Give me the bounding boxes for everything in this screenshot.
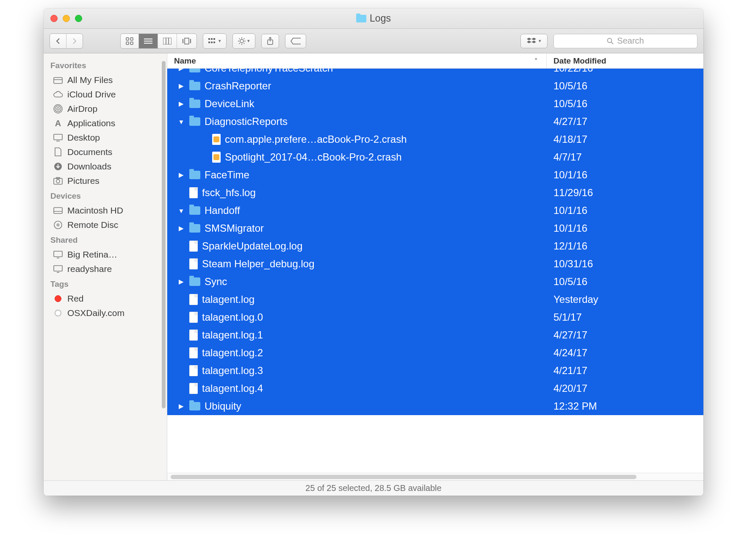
file-row[interactable]: ▶Sync10/5/16 xyxy=(167,273,703,291)
file-name: SparkleUpdateLog.log xyxy=(202,240,303,252)
file-row[interactable]: ▶SMSMigrator10/1/16 xyxy=(167,219,703,237)
disclosure-open-icon[interactable]: ▼ xyxy=(177,118,185,125)
file-row[interactable]: talagent.log.05/1/17 xyxy=(167,308,703,326)
file-row[interactable]: ▼DiagnosticReports4/27/17 xyxy=(167,113,703,130)
forward-button[interactable] xyxy=(66,34,83,48)
file-date: 10/5/16 xyxy=(547,98,703,110)
disclosure-none xyxy=(177,189,185,197)
icon-view-button[interactable] xyxy=(121,34,139,48)
file-row[interactable]: ▶FaceTime10/1/16 xyxy=(167,166,703,184)
file-row[interactable]: ▼Handoff10/1/16 xyxy=(167,202,703,219)
file-icon xyxy=(189,365,198,376)
file-name: Ubiquity xyxy=(205,400,241,412)
dropbox-button[interactable]: ▾ xyxy=(520,34,548,48)
sidebar-item-label: Remote Disc xyxy=(67,220,118,230)
search-field[interactable]: Search xyxy=(553,34,697,48)
applications-icon: A xyxy=(53,118,63,128)
file-date: 4/18/17 xyxy=(547,133,703,145)
back-button[interactable] xyxy=(50,34,66,48)
file-date: 10/1/16 xyxy=(547,205,703,216)
disclosure-closed-icon[interactable]: ▶ xyxy=(177,278,185,286)
disclosure-open-icon[interactable]: ▼ xyxy=(177,207,185,214)
tag-red-icon xyxy=(53,294,63,304)
folder-icon xyxy=(189,117,200,126)
file-date: 10/1/16 xyxy=(547,169,703,181)
svg-rect-2 xyxy=(126,42,129,44)
tags-button[interactable] xyxy=(285,34,306,48)
file-row[interactable]: talagent.log.44/20/17 xyxy=(167,380,703,397)
titlebar[interactable]: Logs xyxy=(44,8,703,29)
coverflow-view-button[interactable] xyxy=(177,34,196,48)
disclosure-closed-icon[interactable]: ▶ xyxy=(177,69,185,72)
sidebar-item-label: Documents xyxy=(67,147,112,157)
file-row[interactable]: talagent.logYesterday xyxy=(167,291,703,308)
sidebar-item[interactable]: Downloads xyxy=(44,159,167,174)
svg-point-41 xyxy=(56,180,60,183)
all-my-files-icon xyxy=(53,75,63,85)
horizontal-scrollbar[interactable] xyxy=(167,473,703,480)
sidebar-scrollbar[interactable] xyxy=(162,61,166,408)
sidebar-item[interactable]: Documents xyxy=(44,145,167,159)
sidebar-item-label: Big Retina… xyxy=(67,250,117,260)
file-row[interactable]: ▶CoreTelephonyTraceScratch10/22/16 xyxy=(167,69,703,77)
minimize-window-button[interactable] xyxy=(63,15,70,22)
sidebar-item[interactable]: All My Files xyxy=(44,73,167,87)
sidebar-item[interactable]: readyshare xyxy=(44,262,167,276)
sidebar-item[interactable]: Red xyxy=(44,291,167,306)
disclosure-closed-icon[interactable]: ▶ xyxy=(177,100,185,108)
close-window-button[interactable] xyxy=(50,15,58,22)
file-icon xyxy=(189,347,198,358)
airdrop-icon xyxy=(53,104,63,114)
file-row[interactable]: fsck_hfs.log11/29/16 xyxy=(167,184,703,202)
file-row[interactable]: com.apple.prefere…acBook-Pro-2.crash4/18… xyxy=(167,130,703,148)
disclosure-closed-icon[interactable]: ▶ xyxy=(177,225,185,232)
sidebar-item[interactable]: AApplications xyxy=(44,116,167,130)
file-row[interactable]: talagent.log.14/27/17 xyxy=(167,326,703,344)
pictures-icon xyxy=(53,176,63,186)
file-row[interactable]: Steam Helper_debug.log10/31/16 xyxy=(167,255,703,273)
arrange-button[interactable]: ▾ xyxy=(203,34,226,48)
file-row[interactable]: ▶CrashReporter10/5/16 xyxy=(167,77,703,95)
file-row[interactable]: Spotlight_2017-04…cBook-Pro-2.crash4/7/1… xyxy=(167,148,703,166)
file-list[interactable]: ▶CoreTelephonyTraceScratch10/22/16▶Crash… xyxy=(167,69,703,473)
action-button[interactable]: ▾ xyxy=(233,34,255,48)
sidebar-item[interactable]: Macintosh HD xyxy=(44,203,167,218)
disclosure-closed-icon[interactable]: ▶ xyxy=(177,82,185,90)
sidebar-item[interactable]: Desktop xyxy=(44,130,167,145)
column-date-header[interactable]: Date Modified xyxy=(547,53,703,68)
zoom-window-button[interactable] xyxy=(75,15,82,22)
file-row[interactable]: talagent.log.34/21/17 xyxy=(167,362,703,380)
file-row[interactable]: ▶Ubiquity12:32 PM xyxy=(167,397,703,415)
file-row[interactable]: SparkleUpdateLog.log12/1/16 xyxy=(167,237,703,255)
disclosure-closed-icon[interactable]: ▶ xyxy=(177,402,185,410)
svg-point-45 xyxy=(54,221,62,229)
sidebar-item[interactable]: Pictures xyxy=(44,174,167,188)
share-button[interactable] xyxy=(261,34,279,48)
list-view-button[interactable] xyxy=(139,34,158,48)
file-date: 10/22/16 xyxy=(547,69,703,74)
sidebar-section-title: Devices xyxy=(44,188,167,203)
sidebar-item[interactable]: AirDrop xyxy=(44,102,167,116)
file-row[interactable]: ▶DeviceLink10/5/16 xyxy=(167,95,703,113)
file-row[interactable]: talagent.log.24/24/17 xyxy=(167,344,703,362)
window-title: Logs xyxy=(356,13,391,24)
file-name: Steam Helper_debug.log xyxy=(202,258,315,270)
sidebar-item[interactable]: iCloud Drive xyxy=(44,87,167,102)
crash-file-icon xyxy=(212,134,221,145)
file-name: CrashReporter xyxy=(205,80,271,92)
folder-icon xyxy=(189,69,200,72)
sidebar[interactable]: FavoritesAll My FilesiCloud DriveAirDrop… xyxy=(44,53,167,480)
tag-empty-icon xyxy=(53,308,63,318)
sort-ascending-icon: ˄ xyxy=(534,57,538,65)
file-date: 4/27/17 xyxy=(547,329,703,341)
sidebar-section-title: Shared xyxy=(44,232,167,247)
folder-icon xyxy=(189,277,200,286)
sidebar-item[interactable]: Remote Disc xyxy=(44,218,167,232)
column-view-button[interactable] xyxy=(158,34,177,48)
column-name-header[interactable]: Name ˄ xyxy=(167,53,547,68)
status-bar: 25 of 25 selected, 28.5 GB available xyxy=(44,480,703,496)
sidebar-item[interactable]: Big Retina… xyxy=(44,247,167,262)
file-date: 10/31/16 xyxy=(547,258,703,270)
disclosure-closed-icon[interactable]: ▶ xyxy=(177,171,185,179)
sidebar-item[interactable]: OSXDaily.com xyxy=(44,306,167,320)
